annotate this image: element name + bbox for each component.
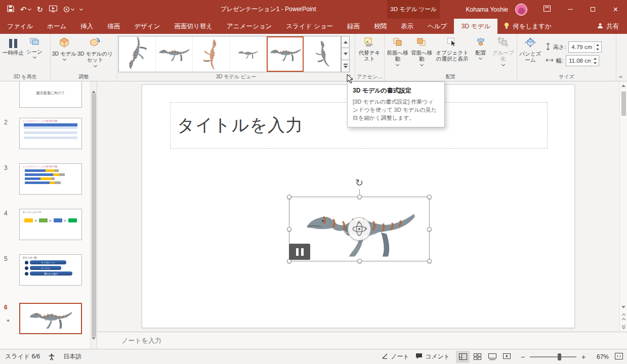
scene-button[interactable]: シーン <box>25 35 44 73</box>
thumbnail-slide-6-selected[interactable] <box>19 303 82 334</box>
pan-zoom-button[interactable]: パンとズーム <box>518 35 542 73</box>
tab-record[interactable]: 録画 <box>340 19 367 34</box>
tell-me-box[interactable]: 何をしますか <box>497 19 557 34</box>
tab-slideshow[interactable]: スライド ショー <box>279 19 340 34</box>
touch-mode-dropdown-icon[interactable] <box>71 7 74 11</box>
3d-model-selection[interactable]: ↻ <box>289 197 430 261</box>
gallery-thumb-5-selected[interactable] <box>267 36 304 72</box>
fit-slide-to-window-icon[interactable] <box>615 353 623 361</box>
handle-bottom-center[interactable] <box>357 259 362 263</box>
scroll-up-icon[interactable] <box>620 81 627 90</box>
maximize-button[interactable] <box>581 0 604 19</box>
undo-dropdown-icon[interactable] <box>28 7 31 11</box>
next-slide-button[interactable] <box>620 322 627 332</box>
share-button[interactable]: 共有 <box>589 19 627 34</box>
selection-pane-button[interactable]: オブジェクトの選択と表示 <box>434 35 471 73</box>
zoom-percentage[interactable]: 67% <box>593 353 609 360</box>
gallery-thumb-1[interactable] <box>119 36 156 72</box>
handle-top-center[interactable] <box>357 195 362 199</box>
gallery-thumb-2[interactable] <box>156 36 193 72</box>
zoom-slider-thumb[interactable] <box>558 353 561 360</box>
animation-star-icon[interactable]: ★ <box>6 318 10 323</box>
handle-top-left[interactable] <box>287 195 291 199</box>
handle-top-right[interactable] <box>427 195 432 199</box>
height-input[interactable] <box>571 42 593 52</box>
align-button[interactable]: 配置 <box>471 35 491 73</box>
zoom-out-icon[interactable]: − <box>520 353 526 361</box>
panel-scrollbar-thumb[interactable] <box>92 94 96 337</box>
3d-rotate-control[interactable] <box>348 217 371 241</box>
tab-review[interactable]: 校閲 <box>367 19 394 34</box>
height-down-icon[interactable] <box>595 47 601 52</box>
height-up-icon[interactable] <box>595 42 601 47</box>
touch-mode-icon[interactable] <box>63 6 74 13</box>
tab-draw[interactable]: 描画 <box>100 19 127 34</box>
thumbnail-slide-2[interactable]: ピンクのワニグッズの商品販売数 <box>19 118 82 149</box>
width-down-icon[interactable] <box>592 61 598 65</box>
gallery-thumb-4[interactable] <box>230 36 267 72</box>
scrollbar-thumb[interactable] <box>621 92 626 116</box>
previous-slide-button[interactable] <box>620 311 627 322</box>
close-button[interactable]: × <box>604 0 627 19</box>
slideshow-view-icon[interactable] <box>500 351 514 363</box>
width-input[interactable] <box>569 56 591 66</box>
comments-button[interactable]: コメント <box>415 352 450 361</box>
handle-bottom-right[interactable] <box>427 259 432 263</box>
tab-transitions[interactable]: 画面切り替え <box>167 19 220 34</box>
gallery-thumb-3[interactable] <box>193 36 230 72</box>
tab-home[interactable]: ホーム <box>40 19 73 34</box>
thumbnail-slide-4[interactable]: わにちゃんの一日 ▶ ▶ ▶ <box>19 209 82 240</box>
scrollbar-track[interactable] <box>620 90 627 303</box>
slide-counter[interactable]: スライド 6/6 <box>5 352 40 361</box>
send-backward-button[interactable]: 背面へ移動 <box>409 35 433 73</box>
ribbon-display-options-icon[interactable] <box>539 6 555 13</box>
panel-scrollbar[interactable] <box>90 81 97 349</box>
thumbnail-slide-5[interactable]: 好きな食べ物 チョコレート ラーメン 鶏のから揚げ <box>19 254 82 286</box>
save-icon[interactable] <box>7 5 14 14</box>
handle-mid-right[interactable] <box>427 227 432 232</box>
rotate-handle-icon[interactable]: ↻ <box>355 178 363 188</box>
alt-text-button[interactable]: 代替テキスト <box>356 35 383 73</box>
slide-sorter-view-icon[interactable] <box>471 351 484 363</box>
tab-help[interactable]: ヘルプ <box>421 19 454 34</box>
normal-view-icon[interactable] <box>456 351 470 363</box>
language-indicator[interactable]: 日本語 <box>63 352 81 361</box>
gallery-scroll-up-icon[interactable] <box>341 36 350 48</box>
notes-button[interactable]: ノート <box>382 352 409 361</box>
tab-3d-model[interactable]: 3D モデル <box>454 19 497 34</box>
collapse-ribbon-icon[interactable] <box>619 76 622 79</box>
gallery-thumb-6[interactable] <box>304 36 341 72</box>
group-objects-button[interactable]: グループ化 <box>491 35 516 73</box>
undo-icon[interactable]: ↶ <box>20 5 31 14</box>
zoom-slider[interactable] <box>530 356 576 357</box>
tab-view[interactable]: 表示 <box>394 19 421 34</box>
start-slideshow-icon[interactable] <box>49 6 57 14</box>
reset-3d-model-button[interactable]: 3D モデルのリセット <box>77 35 113 73</box>
3d-model-button[interactable]: 3D モデル <box>52 35 77 73</box>
tab-animations[interactable]: アニメーション <box>220 19 279 34</box>
tab-design[interactable]: デザイン <box>127 19 167 34</box>
tab-file[interactable]: ファイル <box>0 19 40 34</box>
thumbnail-slide-1[interactable]: 販売促進に向けて <box>19 81 82 108</box>
width-up-icon[interactable] <box>592 56 598 61</box>
avatar[interactable] <box>515 4 527 16</box>
notes-pane[interactable]: ノートを入力 <box>97 332 627 349</box>
bring-forward-button[interactable]: 前面へ移動 <box>386 35 409 73</box>
thumbnail-slide-3[interactable]: ピンクのワニグッズの商品販売数 <box>19 163 82 195</box>
reading-view-icon[interactable] <box>485 351 499 363</box>
minimize-button[interactable] <box>559 0 581 19</box>
zoom-in-icon[interactable]: + <box>580 353 587 361</box>
pause-button[interactable]: 一時停止 <box>1 35 25 73</box>
panel-scroll-up-icon[interactable] <box>92 81 96 93</box>
gallery-more-icon[interactable] <box>341 60 350 72</box>
panel-scroll-down-icon[interactable] <box>92 338 96 349</box>
gallery-scroll-down-icon[interactable] <box>341 48 350 60</box>
accessibility-icon[interactable] <box>48 353 55 360</box>
user-name[interactable]: Kohama Yoshie <box>466 6 508 13</box>
customize-qat-icon[interactable] <box>79 7 83 11</box>
tab-insert[interactable]: 挿入 <box>73 19 100 34</box>
redo-icon[interactable]: ↻ <box>37 5 44 14</box>
scroll-down-icon[interactable] <box>620 303 627 311</box>
handle-mid-left[interactable] <box>287 227 291 232</box>
vertical-scrollbar[interactable] <box>619 81 627 332</box>
